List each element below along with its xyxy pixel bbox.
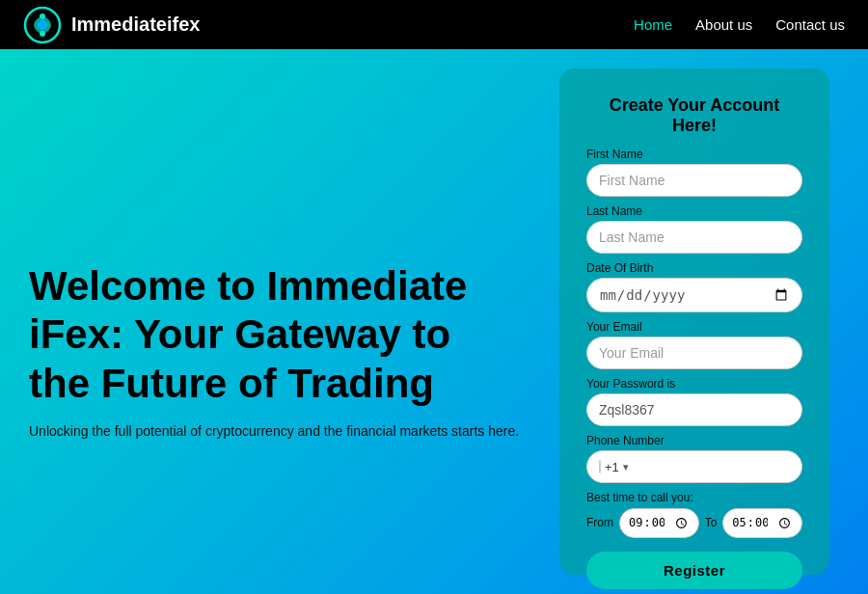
phone-dropdown-arrow[interactable]: ▾ xyxy=(623,461,629,473)
password-label: Your Password is xyxy=(586,377,802,391)
hero-text: Welcome to Immediate iFex: Your Gateway … xyxy=(29,204,521,439)
call-time-section: Best time to call you: From To xyxy=(586,491,802,538)
hero-section: Welcome to Immediate iFex: Your Gateway … xyxy=(0,49,868,594)
last-name-group: Last Name xyxy=(586,204,802,254)
call-time-label: Best time to call you: xyxy=(586,491,802,504)
svg-point-2 xyxy=(40,14,45,19)
call-time-row: From To xyxy=(586,508,802,538)
registration-form: Create Your Account Here! First Name Las… xyxy=(559,68,829,575)
to-label: To xyxy=(705,516,718,529)
form-title: Create Your Account Here! xyxy=(586,95,802,136)
logo-icon xyxy=(23,6,62,44)
hero-subtext: Unlocking the full potential of cryptocu… xyxy=(29,423,521,439)
password-input[interactable] xyxy=(586,393,802,426)
first-name-group: First Name xyxy=(586,148,802,197)
dob-label: Date Of Birth xyxy=(586,261,802,275)
svg-point-3 xyxy=(40,31,45,37)
phone-number-input[interactable] xyxy=(633,451,801,482)
phone-label: Phone Number xyxy=(586,434,802,447)
phone-code: +1 xyxy=(605,460,619,474)
dob-input[interactable] xyxy=(586,278,802,312)
email-group: Your Email xyxy=(586,320,802,369)
navbar-links: Home About us Contact us xyxy=(634,16,845,33)
brand: Immediateifex xyxy=(23,6,200,44)
last-name-label: Last Name xyxy=(586,204,802,218)
navbar: Immediateifex Home About us Contact us xyxy=(0,0,868,49)
register-button[interactable]: Register xyxy=(586,552,802,589)
to-time-input[interactable] xyxy=(722,508,802,538)
email-input[interactable] xyxy=(586,337,802,369)
svg-point-1 xyxy=(38,20,47,30)
last-name-input[interactable] xyxy=(586,221,802,254)
nav-about[interactable]: About us xyxy=(695,16,752,33)
email-label: Your Email xyxy=(586,320,802,334)
phone-flag-icon xyxy=(599,460,601,473)
dob-group: Date Of Birth xyxy=(586,261,802,312)
brand-name: Immediateifex xyxy=(71,14,200,36)
hero-heading: Welcome to Immediate iFex: Your Gateway … xyxy=(29,262,521,408)
phone-group: Phone Number +1 ▾ xyxy=(586,434,802,483)
password-group: Your Password is xyxy=(586,377,802,426)
first-name-label: First Name xyxy=(586,148,802,161)
nav-contact[interactable]: Contact us xyxy=(775,16,845,33)
from-time-input[interactable] xyxy=(619,508,699,538)
nav-home[interactable]: Home xyxy=(634,16,672,33)
from-label: From xyxy=(586,516,613,529)
first-name-input[interactable] xyxy=(586,164,802,197)
phone-row: +1 ▾ xyxy=(586,450,802,483)
